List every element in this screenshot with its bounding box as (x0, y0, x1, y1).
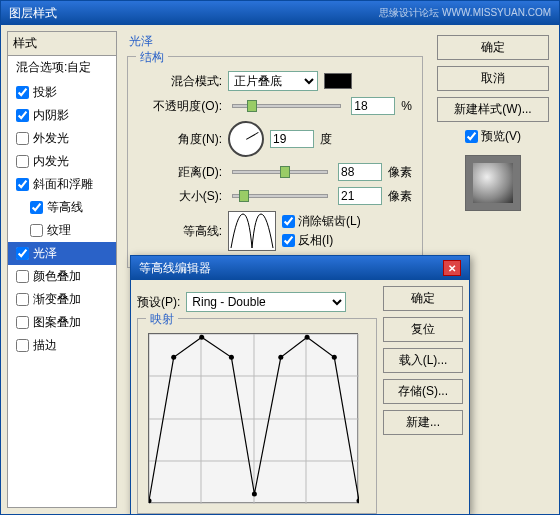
sidebar-item-11[interactable]: 描边 (8, 334, 116, 357)
sub-buttons: 确定 复位 载入(L)... 存储(S)... 新建... (383, 286, 463, 508)
sub-load-button[interactable]: 载入(L)... (383, 348, 463, 373)
sidebar-check[interactable] (16, 339, 29, 352)
angle-dial[interactable] (228, 121, 264, 157)
sub-reset-button[interactable]: 复位 (383, 317, 463, 342)
style-list: 投影内阴影外发光内发光斜面和浮雕等高线纹理光泽颜色叠加渐变叠加图案叠加描边 (8, 79, 116, 359)
sidebar-item-label: 外发光 (33, 130, 69, 147)
sidebar-item-7[interactable]: 光泽 (8, 242, 116, 265)
sub-save-button[interactable]: 存储(S)... (383, 379, 463, 404)
sidebar-check[interactable] (16, 247, 29, 260)
svg-point-11 (171, 355, 176, 360)
sidebar-item-4[interactable]: 斜面和浮雕 (8, 173, 116, 196)
blend-options-label: 混合选项:自定 (16, 59, 91, 76)
ok-button[interactable]: 确定 (437, 35, 549, 60)
sidebar-check[interactable] (16, 293, 29, 306)
sidebar-item-label: 斜面和浮雕 (33, 176, 93, 193)
opacity-unit: % (401, 99, 412, 113)
sidebar-item-2[interactable]: 外发光 (8, 127, 116, 150)
angle-input[interactable] (270, 130, 314, 148)
sub-title: 等高线编辑器 (139, 260, 211, 277)
size-slider[interactable] (232, 194, 328, 198)
opacity-slider[interactable] (232, 104, 341, 108)
svg-point-18 (357, 498, 360, 503)
opacity-label: 不透明度(O): (138, 98, 222, 115)
sidebar-item-label: 内阴影 (33, 107, 69, 124)
blend-options-row[interactable]: 混合选项:自定 (8, 56, 116, 79)
watermark: 思缘设计论坛 WWW.MISSYUAN.COM (379, 6, 551, 20)
panel-title: 光泽 (123, 31, 427, 52)
sidebar-item-label: 纹理 (47, 222, 71, 239)
sidebar-check[interactable] (30, 224, 43, 237)
size-unit: 像素 (388, 188, 412, 205)
opacity-input[interactable] (351, 97, 395, 115)
sub-titlebar[interactable]: 等高线编辑器 ✕ (131, 256, 469, 280)
angle-label: 角度(N): (138, 131, 222, 148)
svg-point-10 (149, 498, 152, 503)
sidebar-header: 样式 (8, 32, 116, 56)
close-icon[interactable]: ✕ (443, 260, 461, 276)
sidebar-item-6[interactable]: 纹理 (8, 219, 116, 242)
antialias-checkbox[interactable]: 消除锯齿(L) (282, 213, 366, 230)
size-label: 大小(S): (138, 188, 222, 205)
titlebar[interactable]: 图层样式 思缘设计论坛 WWW.MISSYUAN.COM (1, 1, 559, 25)
mapping-title: 映射 (146, 311, 178, 328)
angle-unit: 度 (320, 131, 332, 148)
contour-picker[interactable] (228, 211, 276, 251)
svg-point-12 (199, 335, 204, 340)
svg-point-17 (332, 355, 337, 360)
structure-title: 结构 (136, 49, 168, 66)
structure-group: 结构 混合模式: 正片叠底 不透明度(O): % 角度(N): 度 (127, 56, 423, 268)
sub-ok-button[interactable]: 确定 (383, 286, 463, 311)
size-input[interactable] (338, 187, 382, 205)
cancel-button[interactable]: 取消 (437, 66, 549, 91)
new-style-button[interactable]: 新建样式(W)... (437, 97, 549, 122)
sidebar-item-label: 图案叠加 (33, 314, 81, 331)
sub-new-button[interactable]: 新建... (383, 410, 463, 435)
distance-input[interactable] (338, 163, 382, 181)
sidebar-item-label: 投影 (33, 84, 57, 101)
sidebar-item-9[interactable]: 渐变叠加 (8, 288, 116, 311)
color-swatch[interactable] (324, 73, 352, 89)
svg-point-15 (278, 355, 283, 360)
sidebar-check[interactable] (16, 86, 29, 99)
svg-point-14 (252, 492, 257, 497)
sidebar-item-label: 颜色叠加 (33, 268, 81, 285)
sidebar-check[interactable] (16, 109, 29, 122)
sidebar-item-label: 渐变叠加 (33, 291, 81, 308)
sidebar-item-label: 等高线 (47, 199, 83, 216)
distance-unit: 像素 (388, 164, 412, 181)
contour-editor-dialog: 等高线编辑器 ✕ 预设(P): Ring - Double 映射 (130, 255, 470, 515)
sidebar-item-0[interactable]: 投影 (8, 81, 116, 104)
sidebar-check[interactable] (16, 178, 29, 191)
blend-mode-select[interactable]: 正片叠底 (228, 71, 318, 91)
sidebar-item-8[interactable]: 颜色叠加 (8, 265, 116, 288)
preview-checkbox[interactable]: 预览(V) (437, 128, 549, 145)
sidebar-check[interactable] (16, 155, 29, 168)
preset-select[interactable]: Ring - Double (186, 292, 346, 312)
style-sidebar: 样式 混合选项:自定 投影内阴影外发光内发光斜面和浮雕等高线纹理光泽颜色叠加渐变… (7, 31, 117, 508)
sidebar-check[interactable] (30, 201, 43, 214)
svg-point-16 (305, 335, 310, 340)
preview-swatch (473, 163, 513, 203)
invert-checkbox[interactable]: 反相(I) (282, 232, 366, 249)
sidebar-item-5[interactable]: 等高线 (8, 196, 116, 219)
sidebar-item-label: 光泽 (33, 245, 57, 262)
contour-label: 等高线: (138, 223, 222, 240)
sidebar-check[interactable] (16, 132, 29, 145)
sidebar-check[interactable] (16, 316, 29, 329)
sidebar-item-1[interactable]: 内阴影 (8, 104, 116, 127)
distance-slider[interactable] (232, 170, 328, 174)
sidebar-check[interactable] (16, 270, 29, 283)
svg-point-13 (229, 355, 234, 360)
preview-box (465, 155, 521, 211)
mapping-group: 映射 (137, 318, 377, 514)
window-title: 图层样式 (9, 5, 57, 22)
distance-label: 距离(D): (138, 164, 222, 181)
sidebar-item-label: 内发光 (33, 153, 69, 170)
curve-canvas[interactable] (148, 333, 358, 503)
sidebar-item-label: 描边 (33, 337, 57, 354)
sidebar-item-10[interactable]: 图案叠加 (8, 311, 116, 334)
preset-label: 预设(P): (137, 294, 180, 311)
sidebar-item-3[interactable]: 内发光 (8, 150, 116, 173)
blend-mode-label: 混合模式: (138, 73, 222, 90)
